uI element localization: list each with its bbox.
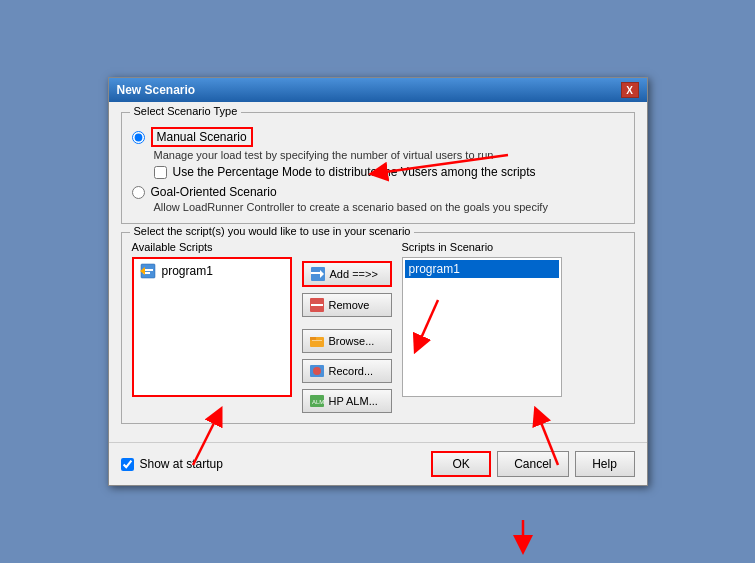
svg-point-13 — [313, 367, 321, 375]
record-icon — [309, 363, 325, 379]
browse-button[interactable]: Browse... — [302, 329, 392, 353]
scenario-item-label: program1 — [409, 262, 460, 276]
goal-desc: Allow LoadRunner Controller to create a … — [154, 201, 624, 213]
scenario-list-item[interactable]: program1 — [405, 260, 559, 278]
scripts-group-label: Select the script(s) you would like to u… — [130, 225, 415, 237]
hpalm-button[interactable]: ALM HP ALM... — [302, 389, 392, 413]
remove-label: Remove — [329, 299, 370, 311]
available-list-item[interactable]: program1 — [136, 261, 288, 281]
middle-buttons: Add ==>> Remove — [302, 241, 392, 413]
add-label: Add ==>> — [330, 268, 378, 280]
title-bar: New Scenario X — [109, 78, 647, 102]
record-button[interactable]: Record... — [302, 359, 392, 383]
svg-rect-5 — [311, 272, 321, 274]
ok-button[interactable]: OK — [431, 451, 491, 477]
scenario-type-group: Select Scenario Type Manual Scenario Man… — [121, 112, 635, 224]
dialog-title: New Scenario — [117, 83, 196, 97]
close-button[interactable]: X — [621, 82, 639, 98]
available-scripts-list[interactable]: program1 — [132, 257, 292, 397]
goal-radio[interactable] — [132, 186, 145, 199]
goal-radio-label[interactable]: Goal-Oriented Scenario — [151, 185, 277, 199]
svg-rect-11 — [312, 340, 322, 341]
manual-radio[interactable] — [132, 131, 145, 144]
add-icon — [310, 266, 326, 282]
footer-buttons: OK Cancel Help — [431, 451, 634, 477]
available-scripts-label: Available Scripts — [132, 241, 292, 253]
record-label: Record... — [329, 365, 374, 377]
scenario-scripts-column: Scripts in Scenario program1 — [402, 241, 562, 397]
scenario-scripts-label: Scripts in Scenario — [402, 241, 562, 253]
percentage-label: Use the Percentage Mode to distribute th… — [173, 165, 536, 179]
browse-label: Browse... — [329, 335, 375, 347]
script-icon — [140, 263, 156, 279]
remove-icon — [309, 297, 325, 313]
hpalm-icon: ALM — [309, 393, 325, 409]
help-button[interactable]: Help — [575, 451, 635, 477]
scripts-group: Select the script(s) you would like to u… — [121, 232, 635, 424]
remove-button[interactable]: Remove — [302, 293, 392, 317]
scripts-row: Available Scripts program1 — [132, 241, 624, 413]
goal-radio-row: Goal-Oriented Scenario — [132, 185, 624, 199]
manual-desc: Manage your load test by specifying the … — [154, 149, 624, 161]
cancel-button[interactable]: Cancel — [497, 451, 568, 477]
show-at-startup-label: Show at startup — [140, 457, 223, 471]
svg-rect-8 — [311, 304, 323, 306]
show-at-startup-checkbox[interactable] — [121, 458, 134, 471]
dialog-body: Select Scenario Type Manual Scenario Man… — [109, 102, 647, 442]
available-item-label: program1 — [162, 264, 213, 278]
add-button[interactable]: Add ==>> — [302, 261, 392, 287]
svg-text:ALM: ALM — [312, 399, 324, 405]
scenario-type-label: Select Scenario Type — [130, 105, 242, 117]
manual-radio-label[interactable]: Manual Scenario — [151, 127, 253, 147]
percentage-checkbox-row: Use the Percentage Mode to distribute th… — [154, 165, 624, 179]
available-scripts-column: Available Scripts program1 — [132, 241, 292, 397]
svg-rect-10 — [310, 337, 316, 340]
scenario-scripts-list[interactable]: program1 — [402, 257, 562, 397]
hpalm-label: HP ALM... — [329, 395, 378, 407]
percentage-checkbox[interactable] — [154, 166, 167, 179]
manual-radio-row: Manual Scenario — [132, 127, 624, 147]
dialog-footer: Show at startup OK Cancel Help — [109, 442, 647, 485]
browse-icon — [309, 333, 325, 349]
footer-left: Show at startup — [121, 457, 424, 471]
